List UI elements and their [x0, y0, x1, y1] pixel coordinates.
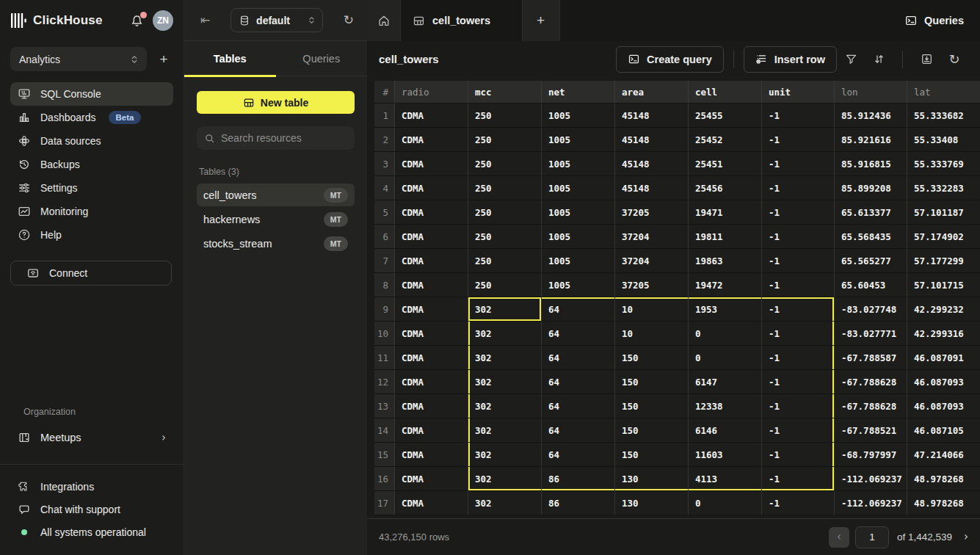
cell-lat-row15[interactable]: 47.214066 [907, 443, 980, 467]
insert-row-button[interactable]: Insert row [744, 46, 837, 73]
cell-area-row12[interactable]: 150 [615, 370, 689, 394]
cell-unit-row14[interactable]: -1 [762, 418, 835, 443]
row-number[interactable]: 9 [374, 297, 395, 322]
cell-unit-row17[interactable]: -1 [762, 491, 835, 515]
cell-lat-row2[interactable]: 55.33408 [907, 128, 980, 152]
cell-unit-row10[interactable]: -1 [762, 322, 835, 346]
cell-net-row15[interactable]: 64 [542, 443, 615, 467]
sidebar-item-monitoring[interactable]: Monitoring [10, 200, 173, 223]
sidebar-item-data-sources[interactable]: Data sources [10, 129, 173, 153]
row-number[interactable]: 7 [374, 249, 395, 273]
download-button[interactable] [912, 46, 940, 73]
tab-queries[interactable]: Queries [276, 41, 368, 76]
column-header-num[interactable]: # [374, 81, 395, 104]
cell-unit-row1[interactable]: -1 [762, 104, 835, 128]
cell-lat-row6[interactable]: 57.174902 [907, 225, 980, 249]
cell-cell-row4[interactable]: 25456 [689, 176, 762, 200]
refresh-tables-icon[interactable]: ↻ [344, 14, 354, 26]
connect-button[interactable]: Connect [10, 261, 172, 286]
search-input[interactable] [221, 132, 354, 144]
cell-area-row17[interactable]: 130 [615, 491, 689, 515]
sidebar-item-integrations[interactable]: Integrations [10, 475, 173, 498]
cell-area-row13[interactable]: 150 [615, 394, 689, 418]
create-query-button[interactable]: Create query [616, 46, 724, 73]
cell-cell-row1[interactable]: 25455 [689, 104, 762, 128]
new-table-button[interactable]: New table [197, 91, 355, 114]
row-number[interactable]: 17 [374, 491, 395, 515]
add-tab-button[interactable]: + [523, 0, 559, 41]
column-header-lat[interactable]: lat [907, 81, 980, 104]
cell-area-row16[interactable]: 130 [615, 467, 689, 491]
cell-radio-row6[interactable]: CDMA [395, 225, 468, 249]
cell-net-row6[interactable]: 1005 [542, 225, 615, 249]
row-number[interactable]: 15 [374, 443, 395, 467]
column-header-area[interactable]: area [615, 81, 689, 104]
cell-lat-row9[interactable]: 42.299232 [907, 297, 980, 322]
cell-net-row7[interactable]: 1005 [542, 249, 615, 273]
cell-net-row2[interactable]: 1005 [542, 128, 615, 152]
cell-unit-row15[interactable]: -1 [762, 443, 835, 467]
cell-mcc-row9[interactable]: 302 [468, 297, 542, 322]
cell-radio-row15[interactable]: CDMA [395, 443, 468, 467]
cell-mcc-row7[interactable]: 250 [468, 249, 542, 273]
cell-lat-row14[interactable]: 46.087105 [907, 418, 980, 443]
cell-lon-row12[interactable]: -67.788628 [835, 370, 907, 394]
row-number[interactable]: 3 [374, 152, 395, 176]
cell-lat-row4[interactable]: 55.332283 [907, 176, 980, 200]
cell-radio-row13[interactable]: CDMA [395, 394, 468, 418]
column-header-mcc[interactable]: mcc [468, 81, 542, 104]
cell-lon-row5[interactable]: 65.613377 [835, 200, 907, 225]
queries-button[interactable]: Queries [904, 14, 964, 27]
cell-radio-row11[interactable]: CDMA [395, 346, 468, 370]
cell-net-row4[interactable]: 1005 [542, 176, 615, 200]
cell-radio-row3[interactable]: CDMA [395, 152, 468, 176]
cell-net-row3[interactable]: 1005 [542, 152, 615, 176]
cell-radio-row5[interactable]: CDMA [395, 200, 468, 225]
sidebar-item-sql-console[interactable]: SQL Console [10, 82, 173, 106]
cell-mcc-row4[interactable]: 250 [468, 176, 542, 200]
cell-net-row8[interactable]: 1005 [542, 273, 615, 297]
cell-unit-row9[interactable]: -1 [762, 297, 835, 322]
cell-lat-row7[interactable]: 57.177299 [907, 249, 980, 273]
cell-mcc-row2[interactable]: 250 [468, 128, 542, 152]
sidebar-item-settings[interactable]: Settings [10, 176, 173, 200]
cell-radio-row9[interactable]: CDMA [395, 297, 468, 322]
tab-cell-towers[interactable]: cell_towers [401, 0, 523, 41]
column-header-net[interactable]: net [542, 81, 615, 104]
notifications-button[interactable] [130, 14, 144, 28]
column-header-unit[interactable]: unit [762, 81, 835, 104]
cell-net-row9[interactable]: 64 [542, 297, 615, 322]
cell-cell-row13[interactable]: 12338 [689, 394, 762, 418]
cell-cell-row16[interactable]: 4113 [689, 467, 762, 491]
refresh-button[interactable]: ↻ [940, 46, 968, 73]
cell-area-row4[interactable]: 45148 [615, 176, 689, 200]
sidebar-item-dashboards[interactable]: Dashboards Beta [10, 106, 173, 129]
cell-unit-row5[interactable]: -1 [762, 200, 835, 225]
row-number[interactable]: 10 [374, 322, 395, 346]
cell-radio-row16[interactable]: CDMA [395, 467, 468, 491]
cell-net-row13[interactable]: 64 [542, 394, 615, 418]
cell-unit-row4[interactable]: -1 [762, 176, 835, 200]
cell-lat-row12[interactable]: 46.087093 [907, 370, 980, 394]
cell-net-row1[interactable]: 1005 [542, 104, 615, 128]
row-number[interactable]: 2 [374, 128, 395, 152]
cell-mcc-row13[interactable]: 302 [468, 394, 542, 418]
cell-mcc-row3[interactable]: 250 [468, 152, 542, 176]
cell-lat-row5[interactable]: 57.101187 [907, 200, 980, 225]
cell-radio-row14[interactable]: CDMA [395, 418, 468, 443]
next-page-button[interactable]: › [964, 532, 968, 543]
cell-lon-row15[interactable]: -68.797997 [835, 443, 907, 467]
row-number[interactable]: 8 [374, 273, 395, 297]
sidebar-item-meetups[interactable]: Meetups › [10, 426, 173, 449]
cell-lon-row4[interactable]: 85.899208 [835, 176, 907, 200]
cell-area-row15[interactable]: 150 [615, 443, 689, 467]
cell-lat-row16[interactable]: 48.978268 [907, 467, 980, 491]
cell-area-row14[interactable]: 150 [615, 418, 689, 443]
cell-mcc-row1[interactable]: 250 [468, 104, 542, 128]
cell-area-row7[interactable]: 37204 [615, 249, 689, 273]
sort-button[interactable] [865, 46, 893, 73]
collapse-panel-icon[interactable]: ⇤ [200, 15, 210, 26]
cell-net-row10[interactable]: 64 [542, 322, 615, 346]
cell-net-row12[interactable]: 64 [542, 370, 615, 394]
row-number[interactable]: 1 [374, 104, 395, 128]
